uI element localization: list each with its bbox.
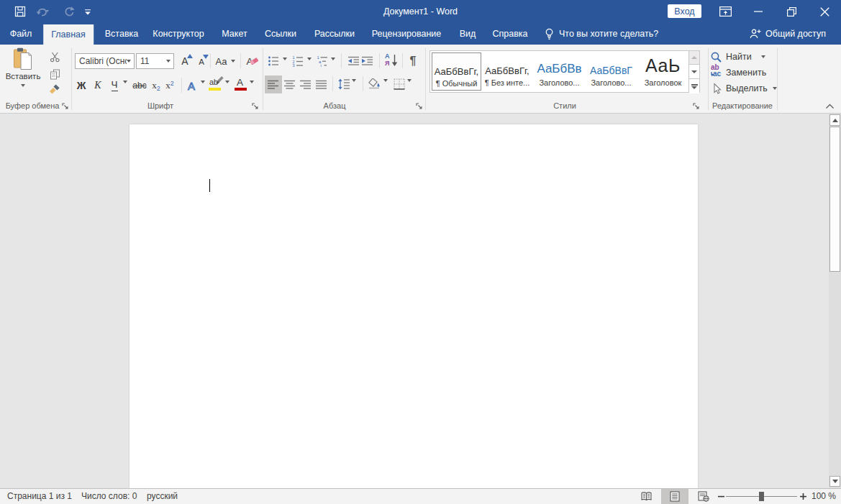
zoom-in-button[interactable] (797, 489, 809, 504)
underline-button[interactable]: Ч (107, 78, 122, 93)
zoom-in-icon (800, 493, 806, 500)
language-indicator[interactable]: русский (147, 489, 178, 504)
strikethrough-button[interactable]: abc (131, 78, 148, 93)
align-center-button[interactable] (281, 75, 299, 93)
document-area[interactable] (0, 114, 841, 488)
numbering-dropdown-arrow[interactable] (307, 60, 312, 73)
save-button[interactable] (10, 0, 30, 23)
tell-me-box[interactable]: Что вы хотите сделать? (545, 23, 658, 45)
copy-button[interactable] (47, 68, 62, 80)
grow-font-button[interactable]: А (177, 53, 193, 69)
web-layout-button[interactable] (690, 489, 717, 504)
styles-more-icon (691, 84, 698, 86)
shrink-font-button[interactable]: А (194, 55, 209, 69)
font-name-combo[interactable]: Calibri (Оснс (75, 53, 135, 69)
highlight-button[interactable]: ab (209, 78, 224, 93)
qat-customize-button[interactable] (81, 0, 95, 23)
style-item-title[interactable]: АаЬ Заголовок (639, 52, 687, 91)
font-dialog-launcher[interactable] (252, 103, 259, 110)
borders-button[interactable] (392, 77, 406, 91)
show-marks-button[interactable]: ¶ (406, 53, 419, 69)
text-effects-button[interactable]: А (184, 78, 199, 93)
multilevel-dropdown-arrow[interactable] (331, 60, 335, 73)
print-layout-button[interactable] (661, 489, 688, 504)
paragraph-dialog-launcher[interactable] (416, 103, 423, 110)
format-painter-button[interactable] (47, 82, 62, 95)
tab-layout[interactable]: Макет (222, 23, 247, 45)
styles-dialog-launcher[interactable] (693, 103, 700, 110)
clear-formatting-button[interactable]: А (243, 53, 259, 69)
italic-button[interactable]: К (91, 78, 104, 93)
style-item-normal[interactable]: АаБбВвГг, ¶ Обычный (432, 52, 481, 91)
bullets-dropdown-arrow[interactable] (283, 60, 287, 73)
multilevel-list-button[interactable]: 1 a i (316, 55, 329, 68)
minimize-button[interactable] (747, 0, 769, 23)
line-spacing-dropdown-arrow[interactable] (352, 82, 356, 95)
subscript-button[interactable]: x2 (149, 78, 163, 93)
replace-button[interactable]: ab ac Заменить (710, 65, 766, 80)
styles-scroll-up-button[interactable] (689, 51, 699, 65)
tab-review[interactable]: Рецензирование (372, 23, 442, 45)
restore-button[interactable] (781, 0, 802, 23)
underline-dropdown-arrow[interactable] (123, 83, 127, 96)
increase-indent-button[interactable] (360, 55, 374, 68)
word-count[interactable]: Число слов: 0 (81, 489, 137, 504)
justify-button[interactable] (313, 75, 330, 93)
redo-button[interactable] (59, 0, 79, 23)
paste-dropdown-arrow[interactable] (21, 84, 25, 87)
tab-mailings[interactable]: Рассылки (314, 23, 355, 45)
tab-insert[interactable]: Вставка (105, 23, 138, 45)
style-item-heading2[interactable]: АаБбВвГ Заголово... (587, 52, 635, 91)
clipboard-dialog-launcher[interactable] (62, 103, 69, 110)
undo-button[interactable] (33, 0, 56, 23)
align-left-button[interactable] (265, 75, 282, 93)
tab-help[interactable]: Справка (492, 23, 527, 45)
document-page[interactable] (129, 124, 698, 488)
shading-button[interactable] (367, 77, 381, 91)
select-button[interactable]: Выделить (710, 81, 777, 96)
font-size-combo[interactable]: 11 (136, 53, 174, 69)
align-right-button[interactable] (297, 75, 314, 93)
font-color-dropdown-arrow[interactable] (250, 83, 254, 96)
paste-button[interactable]: Вставить (4, 47, 42, 98)
bold-button[interactable]: Ж (74, 78, 88, 93)
shading-dropdown-arrow[interactable] (383, 82, 388, 95)
decrease-indent-button[interactable] (346, 55, 360, 68)
bullets-button[interactable] (267, 55, 280, 68)
font-color-button[interactable]: А (235, 78, 247, 93)
zoom-out-button[interactable] (715, 489, 727, 504)
scroll-up-button[interactable] (829, 114, 840, 126)
style-item-heading1[interactable]: АаБбВв Заголово... (535, 52, 583, 91)
sort-button[interactable]: А Я (385, 53, 399, 69)
close-button[interactable] (814, 0, 835, 23)
tab-references[interactable]: Ссылки (265, 23, 296, 45)
svg-text:i: i (321, 63, 322, 67)
numbering-button[interactable]: 1 2 3 (291, 55, 304, 68)
tab-file[interactable]: Файл (10, 23, 32, 45)
page-indicator[interactable]: Страница 1 из 1 (7, 489, 72, 504)
tab-view[interactable]: Вид (460, 23, 476, 45)
zoom-level[interactable]: 100 % (812, 489, 836, 504)
line-spacing-button[interactable] (337, 77, 351, 91)
scrollbar-thumb[interactable] (829, 127, 840, 272)
share-button[interactable]: Общий доступ (750, 23, 826, 45)
styles-more-button[interactable] (689, 80, 699, 93)
read-mode-button[interactable] (632, 489, 660, 504)
cut-button[interactable] (47, 51, 62, 63)
superscript-button[interactable]: x2 (163, 78, 177, 93)
tab-design[interactable]: Конструктор (153, 23, 204, 45)
zoom-slider-handle[interactable] (759, 492, 764, 501)
style-item-no-spacing[interactable]: АаБбВвГг, ¶ Без инте... (483, 52, 531, 91)
highlight-dropdown-arrow[interactable] (225, 83, 229, 96)
tab-home[interactable]: Главная (43, 24, 94, 45)
styles-scroll-down-button[interactable] (689, 65, 699, 79)
find-button[interactable]: Найти (710, 50, 765, 64)
collapse-ribbon-icon[interactable] (825, 103, 835, 109)
borders-dropdown-arrow[interactable] (407, 82, 412, 95)
scroll-down-button[interactable] (829, 476, 840, 487)
ribbon-display-options-button[interactable] (714, 0, 736, 23)
vertical-scrollbar[interactable] (829, 114, 841, 488)
change-case-button[interactable]: Аа (213, 53, 237, 69)
text-effects-dropdown-arrow[interactable] (201, 83, 205, 96)
signin-button[interactable]: Вход (668, 4, 701, 18)
